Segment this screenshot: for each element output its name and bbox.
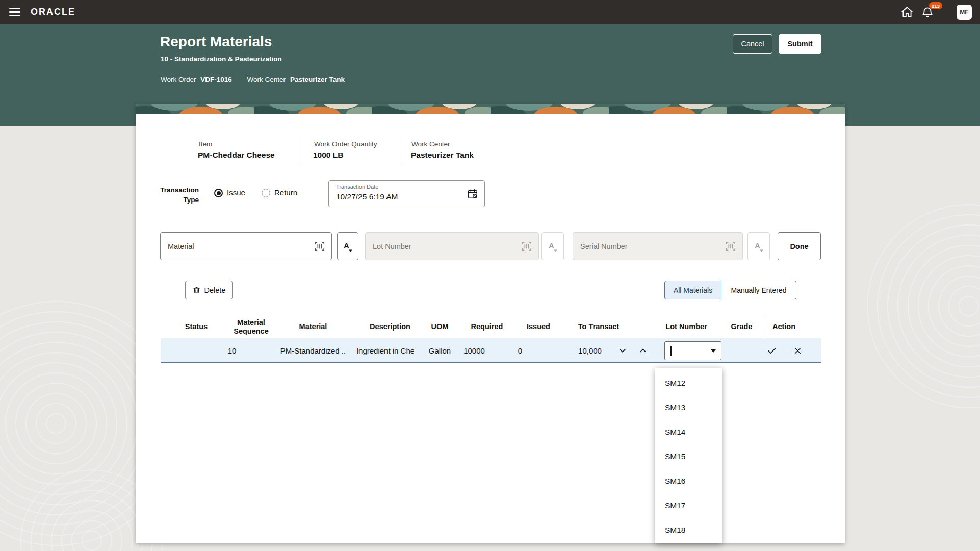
work-order-line: Work Order VDF-1016 Work Center Pasteuri…: [161, 76, 345, 83]
material-scan-field: [160, 232, 332, 260]
work-order-quantity-value: 1000 LB: [313, 151, 343, 160]
done-button[interactable]: Done: [778, 232, 821, 260]
cancel-button[interactable]: Cancel: [733, 34, 772, 54]
divider: [401, 137, 401, 166]
dropdown-option[interactable]: SM18: [655, 518, 722, 542]
menu-icon[interactable]: [9, 8, 20, 16]
dropdown-option[interactable]: SM13: [655, 395, 722, 420]
confirm-row-button[interactable]: [766, 345, 778, 356]
lot-number-dropdown: SM12 SM13 SM14 SM15 SM16 SM17 SM18: [655, 368, 722, 543]
calendar-icon[interactable]: [467, 188, 478, 199]
svg-text:A: A: [344, 241, 349, 250]
column-header-to-transact: To Transact: [569, 316, 629, 338]
material-input[interactable]: [161, 242, 314, 251]
chevron-down-icon: [617, 345, 628, 356]
page-subtitle: 10 - Standardization & Pasteurization: [161, 55, 282, 63]
report-card: Item PM-Cheddar Cheese Work Order Quanti…: [136, 104, 845, 543]
work-order-label: Work Order: [161, 76, 196, 83]
cell-material: PM-Standardized ..: [280, 338, 346, 363]
cancel-row-button[interactable]: [792, 345, 803, 356]
page-title: Report Materials: [160, 34, 272, 50]
text-cursor: [670, 346, 672, 356]
to-transact-decrement-button[interactable]: [616, 344, 629, 357]
work-center-label: Work Center: [247, 76, 286, 83]
lot-number-scan-field: [365, 232, 539, 260]
cell-material-sequence: 10: [204, 338, 260, 363]
work-order-value: VDF-1016: [200, 76, 232, 83]
delete-button[interactable]: Delete: [185, 281, 233, 299]
column-header-uom: UOM: [416, 316, 464, 338]
column-header-grade: Grade: [720, 316, 763, 338]
radio-issue[interactable]: [214, 189, 223, 197]
topbar: ORACLE 213 MF: [0, 0, 980, 24]
material-text-entry-button[interactable]: A: [337, 232, 358, 260]
svg-text:A: A: [549, 241, 554, 250]
text-entry-icon: A: [342, 240, 354, 253]
dropdown-option[interactable]: SM15: [655, 444, 722, 469]
cell-to-transact: 10,000: [562, 338, 618, 363]
trash-icon: [192, 286, 201, 294]
lot-number-input: [366, 242, 521, 251]
barcode-icon: [521, 241, 532, 252]
close-icon: [793, 346, 803, 356]
to-transact-increment-button[interactable]: [636, 344, 650, 357]
decorative-banner: [136, 104, 845, 114]
serial-text-entry-button: A: [747, 232, 770, 260]
lot-number-combobox[interactable]: [664, 341, 721, 360]
column-header-status: Status: [168, 316, 224, 338]
chevron-up-icon: [638, 345, 648, 356]
avatar[interactable]: MF: [957, 5, 972, 20]
radio-return[interactable]: [262, 189, 270, 197]
cell-description: Ingredient in Che: [357, 338, 414, 363]
column-header-material: Material: [280, 316, 346, 338]
text-entry-icon: A: [547, 240, 559, 253]
radio-return-label[interactable]: Return: [274, 188, 297, 197]
dropdown-caret-icon[interactable]: [711, 349, 716, 353]
barcode-icon[interactable]: [314, 241, 325, 252]
home-icon[interactable]: [900, 6, 914, 19]
column-header-issued: Issued: [510, 316, 566, 338]
transaction-type-label: Transaction Type: [153, 185, 199, 205]
serial-number-input: [573, 242, 725, 251]
transaction-date-field[interactable]: Transaction Date 10/27/25 6:19 AM: [328, 180, 485, 207]
column-header-material-sequence: Material Sequence: [222, 316, 280, 338]
oracle-logo: ORACLE: [31, 7, 75, 17]
cell-issued: 0: [492, 338, 548, 363]
work-center-label: Work Center: [411, 140, 450, 148]
work-center-value: Pasteurizer Tank: [290, 76, 345, 83]
submit-button[interactable]: Submit: [779, 34, 821, 54]
item-value: PM-Cheddar Cheese: [198, 151, 275, 160]
notification-badge: 213: [929, 2, 942, 9]
dropdown-option[interactable]: SM17: [655, 493, 722, 518]
filter-manually-entered[interactable]: Manually Entered: [721, 281, 796, 299]
background-pattern: [867, 204, 980, 408]
dropdown-option[interactable]: SM12: [655, 371, 722, 395]
column-header-lot-number: Lot Number: [657, 316, 716, 338]
column-header-required: Required: [459, 316, 515, 338]
column-header-description: Description: [357, 316, 423, 338]
work-order-quantity-label: Work Order Quantity: [314, 140, 377, 148]
text-entry-icon: A: [753, 240, 765, 253]
work-center-value: Pasteurizer Tank: [411, 151, 474, 160]
divider: [299, 137, 299, 166]
item-label: Item: [199, 140, 212, 148]
radio-issue-label[interactable]: Issue: [227, 188, 245, 197]
lot-text-entry-button: A: [541, 232, 564, 260]
dropdown-option[interactable]: SM14: [655, 420, 722, 444]
delete-button-label: Delete: [204, 286, 226, 294]
transaction-date-label: Transaction Date: [336, 184, 378, 190]
serial-number-scan-field: [573, 232, 743, 260]
barcode-icon: [725, 241, 736, 252]
check-icon: [767, 345, 777, 356]
report-materials-screen: ORACLE 213 MF Report Materials 10 - Stan…: [0, 0, 980, 551]
transaction-date-value: 10/27/25 6:19 AM: [336, 192, 398, 202]
svg-text:A: A: [755, 241, 760, 250]
column-header-action: Action: [765, 316, 803, 338]
filter-all-materials[interactable]: All Materials: [664, 281, 721, 299]
dropdown-option[interactable]: SM16: [655, 469, 722, 493]
